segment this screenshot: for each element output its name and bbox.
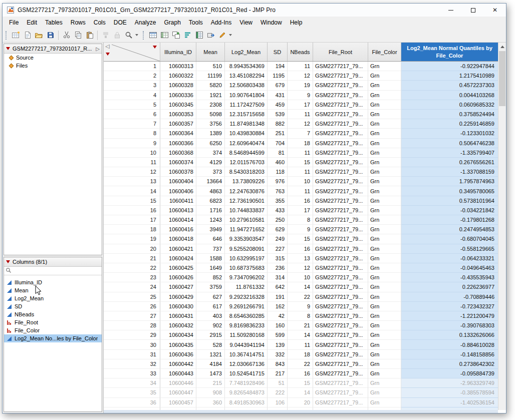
cell-file-root[interactable]: GSM2277217_79...	[313, 129, 368, 138]
cell-log2-mean[interactable]: 9.2691266791	[225, 302, 268, 311]
cell-file-root[interactable]: GSM2277217_79...	[313, 225, 368, 234]
cell-mean[interactable]: 215	[196, 378, 225, 388]
cell-file-color[interactable]: Grn	[368, 62, 401, 71]
cell-quantile[interactable]: -0.064233321	[401, 254, 498, 263]
cell-file-root[interactable]: GSM2277217_79...	[313, 282, 368, 292]
cell-file-root[interactable]: GSM2277217_79...	[313, 273, 368, 282]
cell-quantile[interactable]: -0.385578594	[401, 388, 498, 397]
cell-file-root[interactable]: GSM2277217_79...	[313, 388, 368, 397]
row-number[interactable]: 20	[104, 244, 160, 254]
column-item-sd[interactable]: SD	[4, 302, 102, 310]
cell-quantile[interactable]: -0.049645463	[401, 263, 498, 273]
row-number[interactable]: 11	[104, 158, 160, 167]
menu-rows[interactable]: Rows	[67, 18, 90, 27]
cell-file-color[interactable]: Grn	[368, 359, 401, 369]
cell-illumina-id[interactable]: 10600418	[160, 234, 196, 244]
cell-nbeads[interactable]: 11	[288, 110, 313, 119]
cell-file-color[interactable]: Grn	[368, 186, 401, 196]
cell-file-root[interactable]: GSM2277217_79...	[313, 350, 368, 359]
toolbar-overflow-icon[interactable]	[229, 34, 232, 36]
cell-illumina-id[interactable]: 10600336	[160, 91, 196, 100]
cell-sd[interactable]: 139	[268, 340, 288, 349]
row-number[interactable]: 3	[104, 81, 160, 90]
row-number[interactable]: 10	[104, 148, 160, 158]
cell-file-root[interactable]: GSM2277217_79...	[313, 321, 368, 330]
cell-illumina-id[interactable]: 10600431	[160, 311, 196, 321]
cell-sd[interactable]: 217	[268, 369, 288, 378]
cell-log2-mean[interactable]: 10.524541715	[225, 369, 268, 378]
rows-menu-icon[interactable]	[106, 53, 110, 56]
cell-log2-mean[interactable]: 10.687375683	[225, 263, 268, 273]
cell-quantile[interactable]: 0.2259146859	[401, 119, 498, 129]
save-icon[interactable]	[45, 30, 56, 41]
cell-mean[interactable]: 1243	[196, 215, 225, 225]
row-number[interactable]: 7	[104, 119, 160, 129]
cell-file-root[interactable]: GSM2277217_79...	[313, 148, 368, 158]
cell-file-color[interactable]: Grn	[368, 148, 401, 158]
cell-quantile[interactable]: -0.435535943	[401, 273, 498, 282]
menu-view[interactable]: View	[235, 18, 256, 27]
cell-file-color[interactable]: Grn	[368, 167, 401, 177]
row-number[interactable]: 24	[104, 282, 160, 292]
row-number[interactable]: 28	[104, 321, 160, 330]
cell-log2-mean[interactable]: 12.011576703	[225, 158, 268, 167]
maximize-button[interactable]	[462, 4, 484, 17]
cell-file-root[interactable]: GSM2277217_79...	[313, 206, 368, 215]
column-search-input[interactable]	[13, 267, 100, 274]
cell-mean[interactable]: 737	[196, 244, 225, 254]
cell-log2-mean[interactable]: 9.8265484873	[225, 388, 268, 397]
cell-log2-mean[interactable]: 12.736190501	[225, 196, 268, 206]
cell-sd[interactable]: 162	[268, 302, 288, 311]
cell-file-root[interactable]: GSM2277217_79...	[313, 62, 368, 71]
cell-log2-mean[interactable]: 9.3353903547	[225, 234, 268, 244]
cell-illumina-id[interactable]: 10600353	[160, 110, 196, 119]
cell-sd[interactable]: 704	[268, 139, 288, 148]
cell-illumina-id[interactable]: 10600426	[160, 273, 196, 282]
column-header-log2-mean-normal-quantiles-by-file-color[interactable]: Log2_Mean Normal Quantiles by File_Color	[401, 43, 498, 61]
cell-log2-mean[interactable]: 8.9943534369	[225, 62, 268, 71]
cell-file-root[interactable]: GSM2277217_79...	[313, 302, 368, 311]
column-header-file-color[interactable]: File_Color	[368, 43, 401, 61]
cell-log2-mean[interactable]: 12.506803438	[225, 81, 268, 90]
cell-nbeads[interactable]: 11	[288, 148, 313, 158]
cell-file-color[interactable]: Grn	[368, 206, 401, 215]
column-item-log2-mean[interactable]: Log2_Mean	[4, 294, 102, 302]
cell-file-root[interactable]: GSM2277217_79...	[313, 263, 368, 273]
cell-file-color[interactable]: Grn	[368, 81, 401, 90]
cell-quantile[interactable]: 0.5064746238	[401, 139, 498, 148]
cell-nbeads[interactable]: 14	[288, 330, 313, 340]
cell-log2-mean[interactable]: 11.172427509	[225, 100, 268, 110]
cell-nbeads[interactable]: 11	[288, 167, 313, 177]
cell-file-color[interactable]: Grn	[368, 369, 401, 378]
cell-file-color[interactable]: Grn	[368, 292, 401, 302]
cell-mean[interactable]: 4863	[196, 186, 225, 196]
cell-nbeads[interactable]: 18	[288, 350, 313, 359]
cell-mean[interactable]: 6250	[196, 139, 225, 148]
cell-quantile[interactable]: 0.0044103268	[401, 91, 498, 100]
right-chevron-icon[interactable]: ▷	[96, 46, 100, 52]
cell-sd[interactable]: 222	[268, 388, 288, 397]
cut-icon[interactable]	[61, 30, 72, 41]
cell-file-color[interactable]: Grn	[368, 100, 401, 110]
cell-file-color[interactable]: Grn	[368, 350, 401, 359]
cell-file-root[interactable]: GSM2277217_79...	[313, 359, 368, 369]
cell-nbeads[interactable]: 15	[288, 158, 313, 167]
menu-tools[interactable]: Tools	[185, 18, 207, 27]
cell-file-root[interactable]: GSM2277217_79...	[313, 311, 368, 321]
cell-log2-mean[interactable]: 7.7481928496	[225, 378, 268, 388]
row-number[interactable]: 4	[104, 91, 160, 100]
cell-file-root[interactable]: GSM2277217_79...	[313, 119, 368, 129]
cell-quantile[interactable]: 0.3495780065	[401, 186, 498, 196]
cell-sd[interactable]: 539	[268, 110, 288, 119]
row-number[interactable]: 15	[104, 196, 160, 206]
cell-mean[interactable]: 1588	[196, 254, 225, 263]
cell-log2-mean[interactable]: 9.8169836233	[225, 321, 268, 330]
cell-illumina-id[interactable]: 10600357	[160, 119, 196, 129]
cell-sd[interactable]: 160	[268, 321, 288, 330]
cell-file-root[interactable]: GSM2277217_79...	[313, 244, 368, 254]
row-number[interactable]: 16	[104, 206, 160, 215]
cell-nbeads[interactable]: 18	[288, 139, 313, 148]
cell-illumina-id[interactable]: 10600436	[160, 350, 196, 359]
cell-nbeads[interactable]: 22	[288, 292, 313, 302]
cell-nbeads[interactable]: 8	[288, 311, 313, 321]
